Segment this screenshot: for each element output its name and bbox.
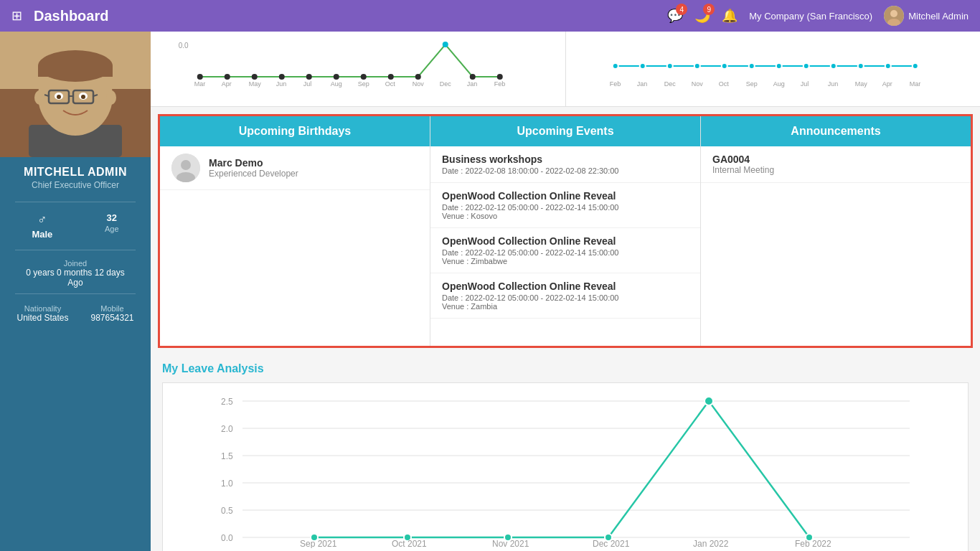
- bell-button[interactable]: 🔔: [722, 8, 738, 24]
- svg-text:Apr: Apr: [882, 80, 892, 88]
- sidebar-joined-block: Joined 0 years 0 months 12 days Ago: [26, 253, 124, 291]
- sidebar-gender-value: Male: [32, 229, 52, 240]
- sidebar-nationality-value: United States: [17, 313, 68, 323]
- announcement-item-0[interactable]: GA0004 Internal Meeting: [701, 146, 971, 183]
- birthday-item[interactable]: Marc Demo Experienced Developer: [160, 146, 430, 190]
- svg-text:Aug: Aug: [331, 80, 342, 88]
- svg-text:Sep: Sep: [745, 80, 757, 88]
- leave-chart-wrap: 0.0 0.5 1.0 1.5 2.0 2.5: [162, 382, 969, 551]
- svg-point-55: [830, 63, 836, 69]
- leave-analysis-section: My Leave Analysis 0.0 0.5 1.0 1.5 2.0 2.…: [151, 355, 980, 551]
- profile-photo: [0, 32, 151, 157]
- events-card-body: Business workshops Date : 2022-02-08 18:…: [430, 146, 700, 346]
- topbar-right: 💬 4 🌙 9 🔔 My Company (San Francisco) Mit…: [667, 6, 969, 26]
- sidebar-mobile-label: Mobile: [100, 304, 123, 313]
- birthdays-card-body: Marc Demo Experienced Developer: [160, 146, 430, 346]
- grid-icon: ⊞: [11, 8, 22, 24]
- announcements-card-header: Announcements: [701, 116, 971, 146]
- sidebar-mobile-value: 987654321: [90, 313, 133, 323]
- company-name[interactable]: My Company (San Francisco): [749, 11, 872, 22]
- chart-right: Feb Jan Dec Nov Oct Sep Aug Jul Jun May …: [565, 32, 981, 106]
- svg-text:Feb 2022: Feb 2022: [795, 539, 831, 548]
- svg-text:Oct 2021: Oct 2021: [392, 539, 427, 548]
- event-date-0: Date : 2022-02-08 18:00:00 - 2022-02-08 …: [442, 166, 689, 175]
- app-title: Dashboard: [34, 8, 659, 24]
- svg-text:1.5: 1.5: [221, 451, 233, 461]
- sidebar-employee-name: MITCHELL ADMIN: [18, 157, 133, 180]
- sidebar-divider-1: [15, 202, 136, 202]
- svg-point-54: [803, 63, 809, 69]
- sidebar: MITCHELL ADMIN Chief Executive Officer ♂…: [0, 32, 151, 551]
- birthdays-card-header: Upcoming Birthdays: [160, 116, 430, 146]
- gender-icon: ♂: [37, 212, 47, 227]
- svg-text:Nov 2021: Nov 2021: [492, 539, 529, 548]
- birthday-avatar: [171, 154, 200, 182]
- svg-text:Jul: Jul: [303, 80, 312, 88]
- events-card: Upcoming Events Business workshops Date …: [430, 116, 701, 346]
- sidebar-joined-value: 0 years 0 months 12 days: [26, 268, 124, 278]
- svg-point-27: [306, 74, 312, 80]
- svg-point-24: [225, 74, 230, 80]
- svg-point-72: [181, 160, 191, 170]
- event-item-1[interactable]: OpenWood Collection Online Reveal Date :…: [430, 183, 700, 228]
- svg-text:Jan 2022: Jan 2022: [693, 539, 729, 548]
- svg-point-90: [705, 397, 713, 405]
- event-date-1: Date : 2022-02-12 05:00:00 - 2022-02-14 …: [442, 203, 689, 212]
- user-menu[interactable]: Mitchell Admin: [884, 6, 969, 26]
- chat-button[interactable]: 💬 4: [667, 8, 683, 24]
- svg-rect-21: [38, 66, 113, 77]
- announcement-title-0: GA0004: [712, 154, 959, 165]
- sidebar-divider-2: [15, 250, 136, 250]
- svg-text:Dec: Dec: [440, 80, 452, 88]
- svg-point-34: [497, 74, 503, 80]
- birthdays-card: Upcoming Birthdays Marc Demo Experienced…: [160, 116, 430, 346]
- events-card-header: Upcoming Events: [430, 116, 700, 146]
- event-item-0[interactable]: Business workshops Date : 2022-02-08 18:…: [430, 146, 700, 183]
- svg-text:Mar: Mar: [909, 80, 920, 88]
- event-item-2[interactable]: OpenWood Collection Online Reveal Date :…: [430, 228, 700, 273]
- svg-point-30: [388, 74, 394, 80]
- notification-button[interactable]: 🌙 9: [694, 8, 710, 24]
- svg-text:Oct: Oct: [385, 80, 396, 88]
- svg-text:Apr: Apr: [222, 80, 232, 88]
- svg-point-53: [776, 63, 781, 69]
- svg-point-26: [279, 74, 285, 80]
- sidebar-joined-label: Joined: [26, 259, 124, 268]
- svg-text:Jun: Jun: [276, 80, 287, 88]
- svg-point-17: [81, 95, 85, 99]
- svg-point-23: [197, 74, 203, 80]
- svg-point-1: [890, 10, 897, 17]
- sidebar-age-item: 32 Age: [105, 212, 119, 240]
- svg-text:Dec 2021: Dec 2021: [593, 539, 630, 548]
- svg-point-32: [443, 42, 448, 47]
- event-venue-2: Venue : Zimbabwe: [442, 257, 689, 265]
- content-area: 0.0 Mar: [151, 32, 980, 551]
- sidebar-age-value: 32: [107, 212, 117, 223]
- sidebar-mobile-item: Mobile 987654321: [90, 304, 133, 323]
- top-chart-strip: 0.0 Mar: [151, 32, 980, 107]
- svg-point-52: [748, 63, 754, 69]
- sidebar-nationality-label: Nationality: [24, 304, 61, 313]
- event-item-3[interactable]: OpenWood Collection Online Reveal Date :…: [430, 273, 700, 319]
- svg-point-16: [57, 95, 61, 99]
- svg-text:Nov: Nov: [691, 80, 703, 88]
- svg-point-28: [334, 74, 339, 80]
- svg-text:0.0: 0.0: [179, 42, 189, 50]
- svg-point-56: [857, 63, 863, 69]
- announcements-card-body: GA0004 Internal Meeting: [701, 146, 971, 346]
- svg-text:Sep: Sep: [358, 80, 369, 88]
- svg-text:Jan: Jan: [467, 80, 478, 88]
- svg-text:Aug: Aug: [773, 80, 784, 88]
- svg-text:2.5: 2.5: [221, 397, 233, 407]
- topbar: ⊞ Dashboard 💬 4 🌙 9 🔔 My Company (San Fr…: [0, 0, 980, 32]
- svg-text:Jan: Jan: [636, 80, 647, 88]
- birthday-name: Marc Demo: [209, 157, 298, 169]
- sidebar-nationality-item: Nationality United States: [17, 304, 68, 323]
- svg-text:Feb: Feb: [609, 80, 621, 88]
- sidebar-nat-mobile-row: Nationality United States Mobile 9876543…: [0, 297, 151, 330]
- bell-icon: 🔔: [722, 9, 738, 23]
- sidebar-job-title: Chief Executive Officer: [32, 180, 119, 199]
- event-title-3: OpenWood Collection Online Reveal: [442, 281, 689, 292]
- event-date-3: Date : 2022-02-12 05:00:00 - 2022-02-14 …: [442, 293, 689, 302]
- svg-text:Nov: Nov: [413, 80, 425, 88]
